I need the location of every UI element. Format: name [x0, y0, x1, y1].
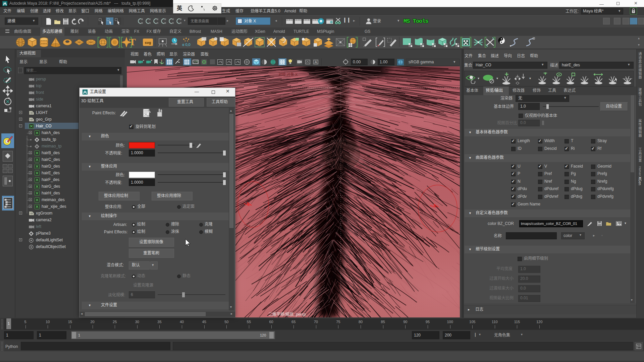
- svg-text:二维平移/缩放. persp: 二维平移/缩放. persp: [268, 312, 306, 317]
- svg-text:svg: svg: [145, 41, 151, 45]
- svg-text:A: A: [315, 60, 317, 64]
- svg-text:α 0,0: α 0,0: [182, 43, 191, 47]
- svg-text:对称:对象 X: 对称:对象 X: [278, 72, 298, 76]
